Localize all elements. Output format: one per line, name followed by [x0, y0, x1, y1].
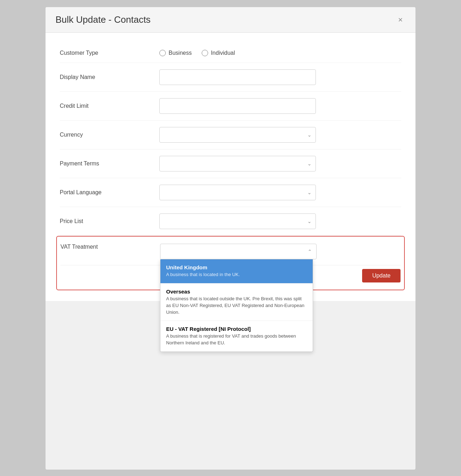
credit-limit-label: Credit Limit [60, 103, 159, 109]
vat-option-uk[interactable]: United Kingdom A business that is locate… [160, 259, 313, 284]
modal-header: Bulk Update - Contacts × [46, 7, 415, 33]
modal-title: Bulk Update - Contacts [55, 14, 150, 25]
display-name-label: Display Name [60, 74, 159, 80]
customer-type-label: Customer Type [60, 50, 159, 56]
radio-individual[interactable]: Individual [202, 50, 235, 56]
vat-treatment-row: VAT Treatment ⌃ United Kingdom A busines… [60, 240, 401, 259]
modal-body: Customer Type Business Individual Displa… [46, 33, 415, 301]
display-name-control [159, 69, 316, 85]
radio-business-input[interactable] [159, 50, 166, 56]
radio-business-label: Business [169, 50, 192, 56]
close-button[interactable]: × [395, 15, 406, 25]
vat-option-eu-vat-desc: A business that is registered for VAT an… [166, 333, 307, 347]
vat-option-eu-vat-title: EU - VAT Registered [NI Protocol] [166, 326, 307, 332]
radio-individual-label: Individual [211, 50, 235, 56]
payment-terms-select-wrapper: ⌄ [159, 156, 316, 171]
vat-option-uk-desc: A business that is located in the UK. [166, 271, 307, 278]
vat-option-eu-vat[interactable]: EU - VAT Registered [NI Protocol] A busi… [160, 321, 313, 351]
display-name-input[interactable] [159, 69, 316, 85]
portal-language-label: Portal Language [60, 189, 159, 196]
currency-select-wrapper: ⌄ [159, 127, 316, 143]
vat-treatment-dropdown: United Kingdom A business that is locate… [160, 259, 313, 352]
currency-row: Currency ⌄ [60, 121, 401, 149]
currency-label: Currency [60, 132, 159, 138]
customer-type-radio-group: Business Individual [159, 50, 316, 56]
price-list-select-wrapper: ⌄ [159, 213, 316, 229]
vat-option-uk-title: United Kingdom [166, 264, 307, 270]
currency-control: ⌄ [159, 127, 316, 143]
portal-language-control: ⌄ [159, 185, 316, 200]
credit-limit-input[interactable] [159, 98, 316, 114]
customer-type-row: Customer Type Business Individual [60, 43, 401, 63]
update-button[interactable]: Update [362, 269, 401, 282]
vat-option-overseas[interactable]: Overseas A business that is located outs… [160, 284, 313, 321]
vat-treatment-trigger[interactable]: ⌃ [160, 244, 317, 259]
portal-language-select-wrapper: ⌄ [159, 185, 316, 200]
payment-terms-select[interactable] [159, 156, 316, 171]
vat-treatment-label: VAT Treatment [60, 244, 160, 250]
vat-option-overseas-title: Overseas [166, 289, 307, 295]
portal-language-row: Portal Language ⌄ [60, 178, 401, 207]
credit-limit-row: Credit Limit [60, 92, 401, 121]
vat-treatment-section: VAT Treatment ⌃ United Kingdom A busines… [56, 236, 405, 290]
credit-limit-control [159, 98, 316, 114]
customer-type-control: Business Individual [159, 50, 316, 56]
payment-terms-row: Payment Terms ⌄ [60, 149, 401, 178]
vat-option-overseas-desc: A business that is located outside the U… [166, 296, 307, 316]
currency-select[interactable] [159, 127, 316, 143]
price-list-label: Price List [60, 218, 159, 224]
payment-terms-control: ⌄ [159, 156, 316, 171]
radio-business[interactable]: Business [159, 50, 192, 56]
price-list-select[interactable] [159, 213, 316, 229]
modal-dialog: Bulk Update - Contacts × Customer Type B… [46, 7, 415, 470]
payment-terms-label: Payment Terms [60, 160, 159, 167]
price-list-row: Price List ⌄ [60, 207, 401, 236]
radio-individual-input[interactable] [202, 50, 208, 56]
vat-chevron-up-icon: ⌃ [308, 249, 312, 254]
vat-treatment-select-wrapper: ⌃ United Kingdom A business that is loca… [160, 244, 317, 259]
price-list-control: ⌄ [159, 213, 316, 229]
display-name-row: Display Name [60, 63, 401, 92]
portal-language-select[interactable] [159, 185, 316, 200]
